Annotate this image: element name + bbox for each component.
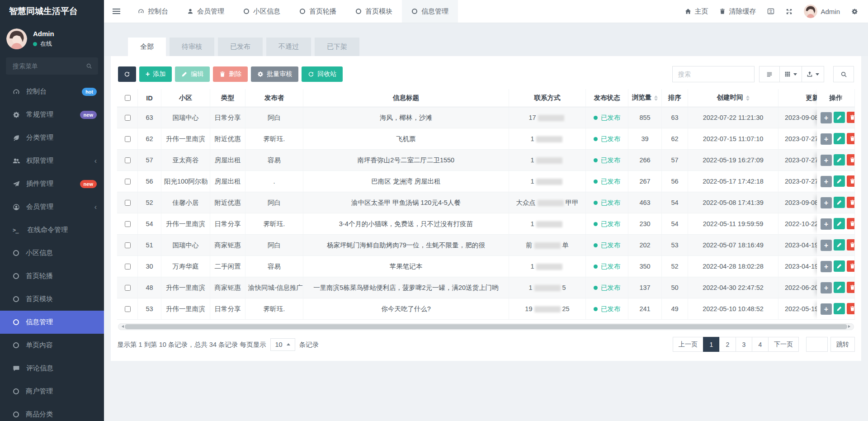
tab-all[interactable]: 全部: [128, 38, 166, 56]
tab-pending[interactable]: 待审核: [170, 38, 214, 56]
scroll-left-arrow-icon[interactable]: [120, 325, 124, 328]
topnav-home-module[interactable]: 首页模块: [346, 0, 402, 23]
language-switch[interactable]: 文: [767, 8, 774, 15]
table-row[interactable]: 53 升伟一里南滨 日常分享 霁昕珏. 你今天吃了什么? 1925 已发布 24…: [117, 298, 855, 320]
topnav-member[interactable]: 会员管理: [178, 0, 234, 23]
horizontal-scrollbar[interactable]: [118, 323, 854, 330]
table-row[interactable]: 30 万寿华庭 二手闲置 容易 苹果笔记本 1 已发布 350 52 2022-…: [117, 256, 855, 277]
sidebar-item-goods-category[interactable]: 商品分类: [0, 403, 104, 421]
tab-rejected[interactable]: 不通过: [266, 38, 311, 56]
page-1-button[interactable]: 1: [703, 337, 720, 352]
select-all-checkbox[interactable]: [125, 95, 131, 101]
topnav-home-banner[interactable]: 首页轮播: [290, 0, 346, 23]
row-checkbox[interactable]: [125, 306, 131, 312]
row-edit-button[interactable]: [834, 133, 845, 144]
row-delete-button[interactable]: [847, 282, 855, 293]
row-delete-button[interactable]: [847, 260, 855, 272]
row-checkbox[interactable]: [125, 115, 131, 121]
clear-cache-button[interactable]: 清除缓存: [719, 7, 756, 16]
more-actions-button[interactable]: +: [821, 133, 832, 145]
menu-toggle[interactable]: [104, 0, 128, 23]
columns-button[interactable]: [779, 66, 802, 82]
more-actions-button[interactable]: +: [821, 112, 832, 123]
row-delete-button[interactable]: [847, 197, 855, 208]
row-checkbox[interactable]: [125, 221, 131, 227]
col-created-sortable[interactable]: 创建时间: [688, 89, 778, 107]
row-edit-button[interactable]: [834, 303, 845, 314]
search-toggle-button[interactable]: [833, 66, 854, 82]
scroll-right-arrow-icon[interactable]: [848, 325, 852, 328]
row-delete-button[interactable]: [847, 154, 855, 166]
row-edit-button[interactable]: [834, 175, 845, 187]
detail-view-button[interactable]: [759, 66, 780, 82]
recycle-bin-button[interactable]: 回收站: [302, 66, 343, 82]
sidebar-item-home-banner[interactable]: 首页轮播: [0, 265, 104, 288]
tab-published[interactable]: 已发布: [218, 38, 263, 56]
row-checkbox[interactable]: [125, 264, 131, 270]
topnav-dashboard[interactable]: 控制台: [128, 0, 178, 23]
row-delete-button[interactable]: [847, 239, 855, 251]
table-row[interactable]: 51 国瑞中心 商家钜惠 阿白 杨家坪蚝门海鲜自助烤肉79一位，生蚝不限量，肥的…: [117, 235, 855, 256]
refresh-button[interactable]: [118, 66, 136, 82]
home-link[interactable]: 主页: [685, 7, 708, 16]
more-actions-button[interactable]: +: [821, 155, 832, 166]
col-views-sortable[interactable]: 浏览量: [628, 89, 662, 107]
row-edit-button[interactable]: [834, 282, 845, 293]
sidebar-item-command[interactable]: >_在线命令管理: [0, 218, 104, 241]
settings-menu[interactable]: [851, 8, 858, 15]
row-checkbox[interactable]: [125, 179, 131, 184]
topnav-info-manage[interactable]: 信息管理: [402, 0, 458, 23]
user-menu[interactable]: Admin: [804, 5, 840, 18]
more-actions-button[interactable]: +: [821, 303, 832, 315]
page-2-button[interactable]: 2: [719, 337, 736, 352]
sidebar-item-member[interactable]: 会员管理‹: [0, 195, 104, 218]
more-actions-button[interactable]: +: [821, 176, 832, 187]
row-delete-button[interactable]: [847, 133, 855, 144]
row-checkbox[interactable]: [125, 200, 131, 206]
sidebar-item-category[interactable]: 分类管理: [0, 126, 104, 149]
page-4-button[interactable]: 4: [752, 337, 769, 352]
row-edit-button[interactable]: [834, 112, 845, 123]
prev-page-button[interactable]: 上一页: [673, 337, 703, 352]
table-search-input[interactable]: [672, 66, 755, 82]
sidebar-item-comments[interactable]: 评论信息: [0, 357, 104, 380]
export-button[interactable]: [802, 66, 824, 82]
more-actions-button[interactable]: +: [821, 240, 832, 251]
row-delete-button[interactable]: [847, 303, 855, 314]
table-row[interactable]: 63 国瑞中心 日常分享 阿白 海风，椰林，沙滩 17 已发布 855 63 2…: [117, 107, 855, 128]
sidebar-item-info-manage[interactable]: 信息管理: [0, 311, 104, 334]
sidebar-item-addon[interactable]: 插件管理new: [0, 172, 104, 195]
more-actions-button[interactable]: +: [821, 282, 832, 293]
next-page-button[interactable]: 下一页: [768, 337, 799, 352]
sidebar-item-home-module[interactable]: 首页模块: [0, 288, 104, 311]
page-jump-input[interactable]: [806, 337, 828, 352]
add-button[interactable]: +添加: [139, 66, 172, 82]
row-checkbox[interactable]: [125, 285, 131, 291]
table-row[interactable]: 48 升伟一里南滨 商家钜惠 渝快同城-信息推广 一里南滨5栋菜鸟驿站便利店，菠…: [117, 277, 855, 298]
page-jump-button[interactable]: 跳转: [830, 337, 855, 352]
sidebar-item-single-page[interactable]: 单页内容: [0, 334, 104, 357]
row-edit-button[interactable]: [834, 239, 845, 251]
row-delete-button[interactable]: [847, 175, 855, 187]
sidebar-item-general[interactable]: 常规管理new: [0, 103, 104, 126]
more-actions-button[interactable]: +: [821, 197, 832, 208]
sidebar-item-community-info[interactable]: 小区信息: [0, 241, 104, 265]
table-row[interactable]: 52 佳馨小居 附近优惠 阿白 渝中区太圣甲 甲鱼汤锅 120元4-5人餐 大众…: [117, 192, 855, 213]
table-row[interactable]: 62 升伟一里南滨 附近优惠 霁昕珏. 飞机票 1 已发布 39 62 2022…: [117, 128, 855, 150]
scrollbar-thumb[interactable]: [125, 324, 847, 329]
tab-offline[interactable]: 已下架: [315, 38, 359, 56]
delete-button[interactable]: 删除: [213, 66, 248, 82]
batch-audit-button[interactable]: 批量审核: [251, 66, 298, 82]
topnav-community-info[interactable]: 小区信息: [234, 0, 290, 23]
more-actions-button[interactable]: +: [821, 261, 832, 272]
edit-button[interactable]: 编辑: [175, 66, 210, 82]
fullscreen-button[interactable]: [786, 8, 793, 15]
row-edit-button[interactable]: [834, 154, 845, 166]
row-checkbox[interactable]: [125, 157, 131, 163]
row-edit-button[interactable]: [834, 260, 845, 272]
page-3-button[interactable]: 3: [736, 337, 752, 352]
table-row[interactable]: 54 升伟一里南滨 日常分享 霁昕珏. 3-4个月的小猫咪，免费送，只不过没有打…: [117, 213, 855, 235]
row-edit-button[interactable]: [834, 197, 845, 208]
table-row[interactable]: 57 亚太商谷 房屋出租 容易 南坪香弥山2号二室二厅二卫1550 1 已发布 …: [117, 150, 855, 171]
row-checkbox[interactable]: [125, 136, 131, 142]
